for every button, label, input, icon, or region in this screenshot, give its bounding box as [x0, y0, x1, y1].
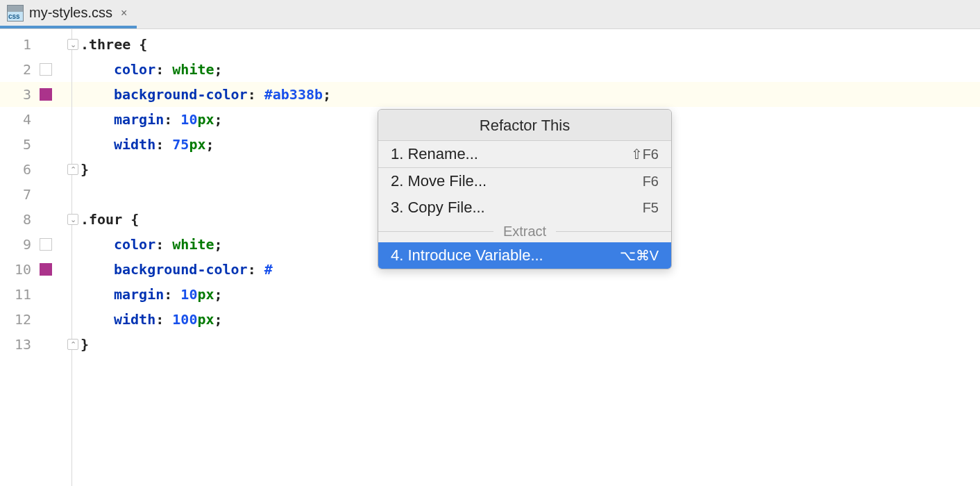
- gutter: 1 ⌄ 2 3 4 5 6 ⌃ 7 8 ⌄ 9 10 11 12: [0, 29, 72, 486]
- property: color: [114, 61, 155, 78]
- property: margin: [114, 111, 164, 128]
- selector: .three: [81, 36, 130, 53]
- line-number: 10: [15, 261, 31, 278]
- menu-item-label: 2. Move File...: [391, 172, 487, 190]
- gutter-line: 10: [0, 257, 71, 282]
- colon: :: [155, 61, 164, 78]
- colon: :: [155, 311, 164, 328]
- editor-tabbar: my-styles.css ×: [0, 0, 980, 29]
- gutter-line: 8 ⌄: [0, 207, 71, 232]
- property: color: [114, 236, 155, 253]
- code-line-highlighted: background-color: #ab338b;: [72, 82, 980, 107]
- line-number: 5: [23, 136, 31, 153]
- gutter-line: 4: [0, 107, 71, 132]
- code-line: }: [72, 332, 980, 357]
- line-number: 7: [23, 186, 31, 203]
- semicolon: ;: [214, 111, 223, 128]
- property: margin: [114, 286, 164, 303]
- property: background-color: [114, 86, 248, 103]
- code-line: color: white;: [72, 57, 980, 82]
- menu-title: Refactor This: [378, 110, 671, 140]
- colon: :: [164, 111, 172, 128]
- semicolon: ;: [206, 136, 214, 153]
- selector: .four: [81, 211, 122, 228]
- space: [164, 61, 172, 78]
- space: [172, 111, 180, 128]
- gutter-line: 6 ⌃: [0, 157, 71, 182]
- semicolon: ;: [323, 86, 331, 103]
- line-number: 1: [23, 36, 31, 53]
- close-icon[interactable]: ×: [118, 7, 130, 19]
- space: [164, 136, 172, 153]
- space: [256, 261, 264, 278]
- unit: px: [189, 136, 205, 153]
- line-number: 3: [23, 86, 31, 103]
- space: [164, 236, 172, 253]
- menu-shortcut: ⇧F6: [631, 146, 659, 162]
- colon: :: [164, 286, 172, 303]
- menu-item-label: 3. Copy File...: [391, 199, 485, 217]
- colon: :: [248, 261, 256, 278]
- unit: px: [197, 286, 214, 303]
- gutter-line: 5: [0, 132, 71, 157]
- menu-shortcut: F6: [643, 174, 659, 190]
- gutter-line: 3: [0, 82, 71, 107]
- brace: {: [122, 211, 139, 228]
- colon: :: [155, 236, 164, 253]
- code-editor: 1 ⌄ 2 3 4 5 6 ⌃ 7 8 ⌄ 9 10 11 12: [0, 29, 980, 486]
- colon: :: [248, 86, 256, 103]
- menu-item-label: 1. Rename...: [391, 145, 478, 163]
- line-number: 13: [15, 336, 31, 353]
- value: white: [172, 236, 214, 253]
- menu-shortcut: F5: [643, 200, 659, 216]
- property: width: [114, 136, 155, 153]
- brace: {: [130, 36, 147, 53]
- space: [256, 86, 264, 103]
- brace: }: [81, 161, 89, 178]
- gutter-line: 2: [0, 57, 71, 82]
- color-swatch-icon[interactable]: [40, 238, 52, 251]
- semicolon: ;: [214, 61, 223, 78]
- number: 100: [172, 311, 197, 328]
- line-number: 9: [23, 236, 31, 253]
- css-file-icon: [7, 5, 24, 22]
- gutter-line: 12: [0, 307, 71, 332]
- menu-item-rename[interactable]: 1. Rename... ⇧F6: [378, 141, 671, 167]
- gutter-line: 13 ⌃: [0, 332, 71, 357]
- semicolon: ;: [214, 286, 223, 303]
- unit: px: [197, 311, 214, 328]
- number: 75: [172, 136, 189, 153]
- color-swatch-icon[interactable]: [40, 263, 52, 276]
- menu-item-introduce-variable[interactable]: 4. Introduce Variable... ⌥⌘V: [378, 242, 671, 269]
- color-swatch-icon[interactable]: [40, 63, 52, 76]
- menu-item-move-file[interactable]: 2. Move File... F6: [378, 168, 671, 194]
- gutter-line: 7: [0, 182, 71, 207]
- menu-item-label: 4. Introduce Variable...: [391, 246, 543, 265]
- file-tab[interactable]: my-styles.css ×: [0, 0, 137, 28]
- menu-shortcut: ⌥⌘V: [620, 247, 659, 264]
- gutter-line: 1 ⌄: [0, 32, 71, 57]
- semicolon: ;: [214, 236, 223, 253]
- space: [164, 311, 172, 328]
- number: 10: [180, 111, 197, 128]
- color-swatch-icon[interactable]: [40, 88, 52, 101]
- refactor-menu: Refactor This 1. Rename... ⇧F6 2. Move F…: [378, 109, 672, 269]
- menu-section-extract: Extract: [378, 221, 671, 242]
- code-area[interactable]: .three { color: white; background-color:…: [72, 29, 980, 486]
- gutter-line: 11: [0, 282, 71, 307]
- property: background-color: [114, 261, 248, 278]
- menu-section-label: Extract: [500, 224, 549, 240]
- semicolon: ;: [214, 311, 223, 328]
- line-number: 4: [23, 111, 31, 128]
- line-number: 12: [15, 311, 31, 328]
- line-number: 2: [23, 61, 31, 78]
- unit: px: [197, 111, 214, 128]
- value: #: [264, 261, 273, 278]
- gutter-line: 9: [0, 232, 71, 257]
- brace: }: [81, 336, 89, 353]
- menu-item-copy-file[interactable]: 3. Copy File... F5: [378, 194, 671, 221]
- value: #ab338b: [264, 86, 323, 103]
- value: white: [172, 61, 214, 78]
- tab-filename: my-styles.css: [29, 5, 112, 21]
- line-number: 11: [15, 286, 31, 303]
